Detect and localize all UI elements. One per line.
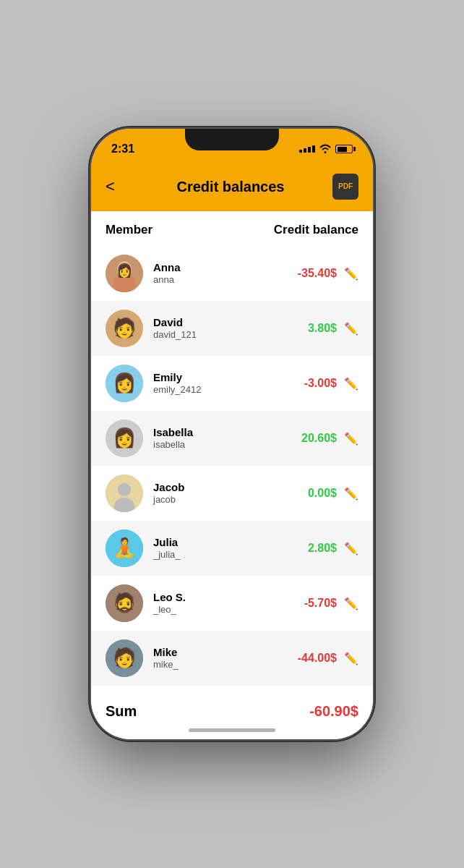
member-info: Jacob jacob [153, 480, 286, 506]
table-header: Member Credit balance [91, 211, 373, 246]
back-button[interactable]: < [106, 177, 129, 196]
member-info: Mike mike_ [153, 645, 286, 671]
home-indicator [189, 728, 275, 732]
member-avatar: 🧘 [106, 529, 143, 567]
member-name: David [153, 315, 286, 330]
balance-area: -44.00$ ✏️ [286, 652, 358, 665]
member-name: Mike [153, 645, 286, 660]
balance-area: 20.60$ ✏️ [286, 432, 358, 446]
member-username: _julia_ [153, 549, 286, 561]
member-name: Leo S. [153, 590, 286, 605]
member-avatar: 🧑 [106, 310, 143, 347]
pdf-icon: PDF [338, 183, 353, 190]
table-row: 🧑 David david_121 3.80$ ✏️ [91, 301, 373, 356]
member-name: Isabella [153, 425, 286, 440]
member-username: isabella [153, 439, 286, 451]
pdf-button[interactable]: PDF [332, 174, 358, 200]
balance-area: 3.80$ ✏️ [286, 322, 358, 336]
edit-icon[interactable]: ✏️ [344, 487, 358, 501]
svg-text:🧑: 🧑 [113, 316, 137, 339]
battery-icon [335, 145, 353, 153]
edit-icon[interactable]: ✏️ [344, 377, 358, 391]
notch [185, 129, 279, 150]
member-name: Julia [153, 535, 286, 550]
members-list: 👩 Anna anna -35.40$ ✏️ 🧑 David david_121… [91, 246, 373, 686]
member-name: Anna [153, 260, 286, 275]
member-username: emily_2412 [153, 384, 286, 396]
svg-text:🧑: 🧑 [113, 646, 137, 669]
table-row: 👩 Isabella isabella 20.60$ ✏️ [91, 411, 373, 466]
svg-text:🧔: 🧔 [113, 591, 137, 614]
edit-icon[interactable]: ✏️ [344, 652, 358, 665]
balance-area: -3.00$ ✏️ [286, 377, 358, 391]
balance-amount: -3.00$ [286, 377, 337, 390]
balance-amount: 2.80$ [286, 542, 337, 555]
table-row: 👩 Emily emily_2412 -3.00$ ✏️ [91, 356, 373, 411]
member-avatar: 👩 [106, 365, 143, 402]
balance-amount: -35.40$ [286, 267, 337, 280]
member-name: Jacob [153, 480, 286, 495]
signal-icon [299, 145, 315, 153]
status-icons [299, 143, 353, 156]
member-username: mike_ [153, 659, 286, 671]
app-header: < Credit balances PDF [91, 165, 373, 211]
sum-label: Sum [106, 703, 137, 720]
svg-text:👩: 👩 [116, 263, 133, 278]
svg-text:👩: 👩 [113, 371, 137, 394]
sum-amount: -60.90$ [309, 703, 358, 720]
table-row: 🧑 Mike mike_ -44.00$ ✏️ [91, 631, 373, 686]
balance-area: -35.40$ ✏️ [286, 267, 358, 281]
edit-icon[interactable]: ✏️ [344, 597, 358, 610]
member-avatar: 🧑 [106, 639, 143, 677]
wifi-icon [319, 143, 332, 156]
member-username: david_121 [153, 329, 286, 341]
balance-amount: -44.00$ [286, 652, 337, 665]
phone-screen: 2:31 [91, 129, 373, 739]
phone-frame: 2:31 [91, 129, 373, 739]
edit-icon[interactable]: ✏️ [344, 432, 358, 446]
column-member: Member [106, 223, 152, 237]
member-avatar: 👩 [106, 420, 143, 457]
table-row: 👩 Anna anna -35.40$ ✏️ [91, 246, 373, 301]
edit-icon[interactable]: ✏️ [344, 542, 358, 556]
balance-amount: 0.00$ [286, 487, 337, 500]
balance-area: -5.70$ ✏️ [286, 597, 358, 610]
balance-amount: -5.70$ [286, 597, 337, 610]
member-username: jacob [153, 494, 286, 506]
member-username: anna [153, 274, 286, 286]
table-row: Jacob jacob 0.00$ ✏️ [91, 466, 373, 521]
content-area: Member Credit balance 👩 Anna anna -35.40… [91, 211, 373, 739]
balance-area: 0.00$ ✏️ [286, 487, 358, 501]
column-balance: Credit balance [274, 223, 358, 237]
member-info: Julia _julia_ [153, 535, 286, 561]
edit-icon[interactable]: ✏️ [344, 267, 358, 281]
member-info: Isabella isabella [153, 425, 286, 451]
svg-text:👩: 👩 [113, 426, 137, 449]
status-time: 2:31 [111, 142, 134, 156]
sum-row: Sum -60.90$ [91, 686, 373, 731]
member-info: Anna anna [153, 260, 286, 286]
edit-icon[interactable]: ✏️ [344, 322, 358, 336]
svg-text:🧘: 🧘 [113, 536, 137, 559]
svg-point-11 [118, 483, 131, 496]
balance-amount: 20.60$ [286, 432, 337, 445]
table-row: 🧔 Leo S. _leo_ -5.70$ ✏️ [91, 576, 373, 631]
member-avatar: 🧔 [106, 584, 143, 622]
member-username: _leo_ [153, 604, 286, 616]
member-info: Leo S. _leo_ [153, 590, 286, 616]
table-row: 🧘 Julia _julia_ 2.80$ ✏️ [91, 521, 373, 576]
member-info: Emily emily_2412 [153, 370, 286, 396]
balance-amount: 3.80$ [286, 322, 337, 335]
member-avatar [106, 475, 143, 512]
balance-area: 2.80$ ✏️ [286, 542, 358, 556]
member-info: David david_121 [153, 315, 286, 341]
member-name: Emily [153, 370, 286, 385]
page-title: Credit balances [177, 179, 285, 195]
member-avatar: 👩 [106, 255, 143, 292]
